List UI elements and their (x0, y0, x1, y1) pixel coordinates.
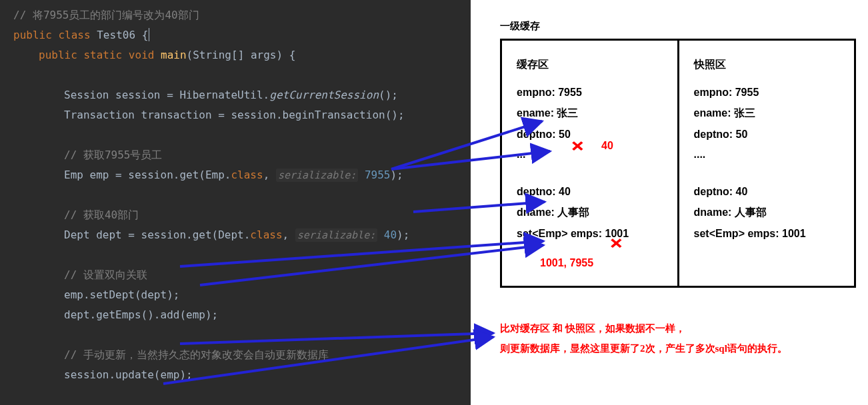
code-comment: // 将7955员工的部门编号改为40部门 (13, 9, 199, 21)
code: Session session = HibernateUtil. (64, 89, 269, 101)
box-title: 快照区 (694, 58, 840, 72)
snapshot-row: deptno: 50 (694, 129, 840, 141)
code: , (283, 228, 295, 241)
code-comment: // 设置双向关联 (64, 268, 147, 281)
explain-text: 比对缓存区 和 快照区，如果数据不一样， 则更新数据库，显然这里更新了2次，产生… (500, 318, 860, 358)
red-x-icon: × (571, 135, 584, 157)
brace: { (142, 29, 149, 41)
code: session.update(emp); (64, 368, 193, 381)
box-title: 缓存区 (517, 58, 663, 72)
code: dept.getEmps().add(emp); (64, 308, 218, 321)
cache-row: empno: 7955 (517, 87, 663, 99)
cache-title: 一级缓存 (500, 20, 540, 33)
cache-row: dname: 人事部 (517, 206, 663, 220)
explain-line: 比对缓存区 和 快照区，如果数据不一样， (500, 318, 860, 338)
code: ); (397, 228, 409, 241)
class-name: Test06 (97, 29, 141, 41)
code: getCurrentSession (269, 89, 379, 101)
snapshot-row: .... (694, 149, 840, 161)
code: Transaction transaction = session.beginT… (64, 109, 405, 121)
param-hint: serializable: (276, 169, 358, 182)
snapshot-row: ename: 张三 (694, 107, 840, 121)
snapshot-row: empno: 7955 (694, 87, 840, 99)
num: 7955 (358, 169, 390, 181)
cache-boxes: 缓存区 empno: 7955 ename: 张三 deptno: 50 ...… (500, 39, 856, 288)
cache-row: ... (517, 149, 663, 161)
code: ); (390, 169, 403, 181)
kw: public static void (39, 49, 161, 61)
snapshot-row: set<Emp> emps: 1001 (694, 228, 840, 240)
snapshot-box: 快照区 empno: 7955 ename: 张三 deptno: 50 ...… (677, 41, 855, 286)
param-hint: serializable: (295, 228, 377, 242)
code: Emp emp = session.get(Emp. (64, 169, 231, 181)
cache-row: set<Emp> emps: 1001 (517, 228, 663, 240)
cache-row: deptno: 50 (517, 129, 663, 141)
red-annotation: 40 (601, 140, 613, 152)
params: (String[] args) { (187, 49, 296, 61)
snapshot-row: dname: 人事部 (694, 206, 840, 220)
kw: class (250, 228, 282, 241)
code-editor: // 将7955员工的部门编号改为40部门 public class Test0… (0, 0, 471, 405)
kw: public class (13, 29, 97, 41)
method-name: main (161, 49, 187, 61)
code-comment: // 获取7955号员工 (64, 149, 162, 161)
num: 40 (377, 228, 397, 241)
diagram-panel: 一级缓存 缓存区 empno: 7955 ename: 张三 deptno: 5… (471, 0, 868, 405)
cache-row: deptno: 40 (517, 186, 663, 198)
code: , (263, 169, 276, 181)
cache-row: ename: 张三 (517, 107, 663, 121)
snapshot-row: deptno: 40 (694, 186, 840, 198)
code: (); (379, 89, 398, 101)
red-annotation: 1001, 7955 (540, 257, 593, 269)
cache-box: 缓存区 empno: 7955 ename: 张三 deptno: 50 ...… (502, 41, 677, 286)
explain-line: 则更新数据库，显然这里更新了2次，产生了多次sql语句的执行。 (500, 338, 860, 358)
code: emp.setDept(dept); (64, 288, 179, 301)
code: Dept dept = session.get(Dept. (64, 228, 250, 241)
kw: class (231, 169, 263, 181)
red-x-icon: × (609, 232, 623, 254)
code-comment: // 手动更新，当然持久态的对象改变会自动更新数据库 (64, 348, 329, 361)
code-comment: // 获取40部门 (64, 208, 139, 221)
cursor (149, 28, 149, 41)
